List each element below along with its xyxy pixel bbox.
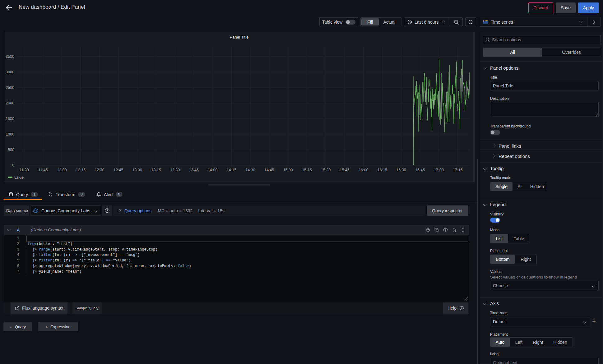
svg-text:14:00: 14:00 bbox=[208, 168, 217, 172]
svg-text:14:45: 14:45 bbox=[264, 168, 274, 172]
svg-text:16:00: 16:00 bbox=[359, 168, 368, 172]
svg-text:16:45: 16:45 bbox=[415, 168, 425, 172]
svg-text:16:30: 16:30 bbox=[396, 168, 406, 172]
svg-text:12:00: 12:00 bbox=[57, 168, 67, 172]
svg-text:17:15: 17:15 bbox=[453, 168, 462, 172]
svg-text:15:00: 15:00 bbox=[283, 168, 293, 172]
svg-text:13:45: 13:45 bbox=[189, 168, 199, 172]
svg-text:3500: 3500 bbox=[6, 54, 14, 59]
svg-text:1000: 1000 bbox=[6, 132, 14, 136]
svg-text:13:15: 13:15 bbox=[151, 168, 161, 172]
svg-text:13:00: 13:00 bbox=[132, 168, 142, 172]
svg-text:13:30: 13:30 bbox=[170, 168, 180, 172]
svg-text:2500: 2500 bbox=[6, 85, 14, 90]
svg-text:14:30: 14:30 bbox=[245, 168, 255, 172]
svg-text:1500: 1500 bbox=[6, 117, 14, 121]
svg-text:12:45: 12:45 bbox=[114, 168, 123, 172]
svg-text:15:15: 15:15 bbox=[302, 168, 312, 172]
svg-text:500: 500 bbox=[8, 148, 14, 152]
svg-text:11:45: 11:45 bbox=[38, 168, 48, 172]
svg-text:12:30: 12:30 bbox=[95, 168, 104, 172]
svg-text:17:00: 17:00 bbox=[434, 168, 444, 172]
svg-text:0: 0 bbox=[12, 163, 14, 168]
svg-text:value: value bbox=[14, 175, 24, 180]
svg-text:15:30: 15:30 bbox=[321, 168, 331, 172]
svg-text:2000: 2000 bbox=[6, 101, 14, 105]
svg-text:12:15: 12:15 bbox=[76, 168, 86, 172]
svg-text:15:45: 15:45 bbox=[340, 168, 349, 172]
svg-text:14:15: 14:15 bbox=[227, 168, 236, 172]
svg-text:16:15: 16:15 bbox=[378, 168, 387, 172]
svg-text:11:30: 11:30 bbox=[19, 168, 29, 172]
svg-text:3000: 3000 bbox=[6, 70, 14, 74]
